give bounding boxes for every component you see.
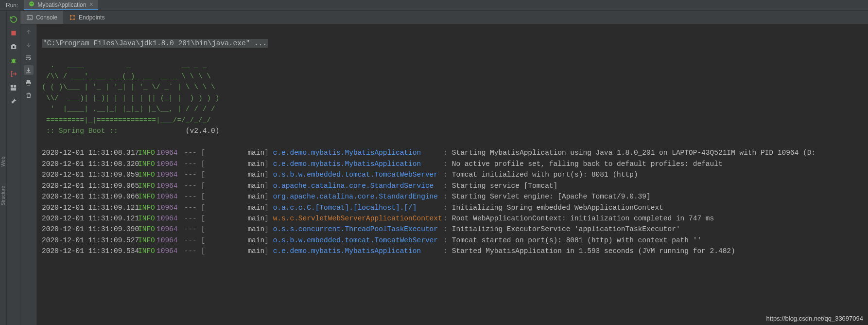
log-sep: --- [ <box>180 181 205 191</box>
log-pid: 10964 <box>156 147 180 158</box>
log-sep: : <box>439 191 452 202</box>
log-sep: --- [ <box>180 191 205 202</box>
print-icon[interactable] <box>24 78 34 88</box>
log-logger: o.apache.catalina.core.StandardService <box>273 181 439 191</box>
log-sep: ] <box>264 224 273 235</box>
log-timestamp: 2020-12-01 11:31:09.390 <box>42 224 138 235</box>
log-level: INFO <box>138 147 156 158</box>
log-logger: o.s.b.w.embedded.tomcat.TomcatWebServer <box>273 235 439 246</box>
log-sep: --- [ <box>180 202 205 213</box>
log-timestamp: 2020-12-01 11:31:09.066 <box>42 191 138 202</box>
log-sep: : <box>439 159 452 169</box>
log-pid: 10964 <box>156 159 180 169</box>
log-message: Initializing ExecutorService 'applicatio… <box>452 224 680 235</box>
log-thread: main <box>205 202 264 213</box>
log-sep: --- [ <box>180 224 205 235</box>
log-message: Started MybatisApplication in 1.593 seco… <box>452 246 735 256</box>
log-pid: 10964 <box>156 235 180 246</box>
svg-point-9 <box>73 15 75 17</box>
log-sep: : <box>439 202 452 213</box>
log-row: 2020-12-01 11:31:09.527INFO10964 --- [ma… <box>42 235 863 246</box>
log-sep: : <box>439 235 452 246</box>
log-timestamp: 2020-12-01 11:31:09.121 <box>42 202 138 213</box>
console-tab[interactable]: Console <box>20 11 63 24</box>
sub-tabs: Console Endpoints <box>20 11 868 24</box>
run-label: Run: <box>0 2 24 9</box>
log-row: 2020-12-01 11:31:09.059INFO10964 --- [ma… <box>42 169 863 180</box>
console-output[interactable]: "C:\Program Files\Java\jdk1.8.0_201\bin\… <box>37 24 868 325</box>
log-message: Starting MybatisApplication using Java 1… <box>452 147 816 158</box>
log-message: Root WebApplicationContext: initializati… <box>452 213 714 224</box>
log-sep: ] <box>264 169 273 180</box>
endpoints-tab-label: Endpoints <box>79 14 104 21</box>
log-sep: ] <box>264 181 273 191</box>
stop-icon[interactable] <box>9 28 18 38</box>
log-timestamp: 2020-12-01 11:31:09.534 <box>42 246 138 256</box>
down-icon[interactable] <box>24 40 34 50</box>
left-gutter: Web Structure <box>0 11 7 325</box>
log-sep: : <box>439 181 452 191</box>
log-thread: main <box>205 147 264 158</box>
log-logger: o.s.s.concurrent.ThreadPoolTaskExecutor <box>273 224 439 235</box>
log-sep: ] <box>264 235 273 246</box>
log-sep: : <box>439 224 452 235</box>
clear-icon[interactable] <box>24 90 34 100</box>
log-sep: ] <box>264 159 273 169</box>
endpoints-tab[interactable]: Endpoints <box>63 11 110 24</box>
banner-line: =========|_|==============|___/=/_/_/_/ <box>42 116 211 124</box>
log-pid: 10964 <box>156 213 180 224</box>
close-icon[interactable]: × <box>89 1 93 9</box>
log-thread: main <box>205 213 264 224</box>
scroll-end-icon[interactable] <box>24 65 34 75</box>
log-pid: 10964 <box>156 169 180 180</box>
log-level: INFO <box>138 191 156 202</box>
log-sep: : <box>439 246 452 256</box>
exit-icon[interactable] <box>9 69 18 79</box>
log-level: INFO <box>138 235 156 246</box>
camera-icon[interactable] <box>9 42 18 52</box>
log-pid: 10964 <box>156 224 180 235</box>
layout-icon[interactable] <box>9 83 18 92</box>
rerun-icon[interactable] <box>9 15 18 24</box>
soft-wrap-icon[interactable] <box>24 53 34 62</box>
run-config-tab[interactable]: MybatisApplication × <box>24 0 98 10</box>
log-logger: org.apache.catalina.core.StandardEngine <box>273 191 439 202</box>
log-timestamp: 2020-12-01 11:31:08.317 <box>42 147 138 158</box>
log-thread: main <box>205 191 264 202</box>
log-logger: o.s.b.w.embedded.tomcat.TomcatWebServer <box>273 169 439 180</box>
up-icon[interactable] <box>24 27 34 37</box>
log-thread: main <box>205 246 264 256</box>
pin-icon[interactable] <box>9 96 18 106</box>
log-timestamp: 2020-12-01 11:31:08.320 <box>42 159 138 169</box>
spring-icon <box>29 1 35 8</box>
log-sep: --- [ <box>180 246 205 256</box>
log-row: 2020-12-01 11:31:09.066INFO10964 --- [ma… <box>42 191 863 202</box>
command-line: "C:\Program Files\Java\jdk1.8.0_201\bin\… <box>42 39 268 48</box>
log-row: 2020-12-01 11:31:09.121INFO10964 --- [ma… <box>42 202 863 213</box>
log-logger: o.a.c.c.C.[Tomcat].[localhost].[/] <box>273 202 439 213</box>
structure-sidebar-tab[interactable]: Structure <box>0 186 6 206</box>
svg-rect-5 <box>14 85 16 87</box>
svg-point-11 <box>73 18 75 20</box>
banner-line: . ____ _ __ _ _ <box>42 61 207 69</box>
web-sidebar-tab[interactable]: Web <box>0 157 6 166</box>
log-message: No active profile set, falling back to d… <box>452 159 723 169</box>
log-thread: main <box>205 159 264 169</box>
svg-rect-12 <box>27 83 30 85</box>
log-timestamp: 2020-12-01 11:31:09.527 <box>42 235 138 246</box>
dump-threads-icon[interactable] <box>9 55 18 65</box>
console-tab-label: Console <box>36 14 57 21</box>
tab-title: MybatisApplication <box>37 1 86 8</box>
log-lines: 2020-12-01 11:31:08.317INFO10964 --- [ma… <box>42 147 863 257</box>
log-level: INFO <box>138 169 156 180</box>
log-thread: main <box>205 224 264 235</box>
log-thread: main <box>205 169 264 180</box>
log-pid: 10964 <box>156 246 180 256</box>
log-message: Starting service [Tomcat] <box>452 181 558 191</box>
main-area: Web Structure Console <box>0 11 868 325</box>
log-row: 2020-12-01 11:31:09.121INFO10964 --- [ma… <box>42 213 863 224</box>
log-logger: w.s.c.ServletWebServerApplicationContext <box>273 213 439 224</box>
log-pid: 10964 <box>156 202 180 213</box>
log-row: 2020-12-01 11:31:09.065INFO10964 --- [ma… <box>42 181 863 191</box>
log-row: 2020-12-01 11:31:08.320INFO10964 --- [ma… <box>42 159 863 169</box>
